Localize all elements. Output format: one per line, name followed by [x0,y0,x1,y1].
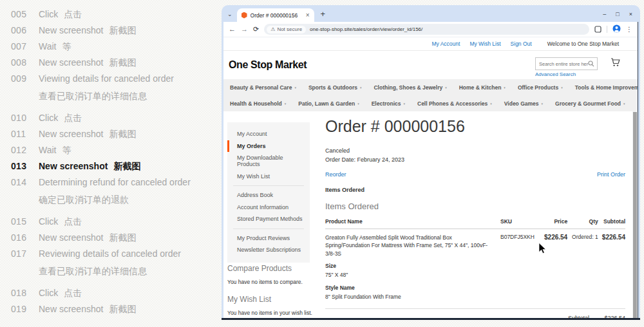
nav-item-sports-outdoors[interactable]: Sports & Outdoors▾ [308,84,362,91]
step-text: New screenshot新截图 [39,160,140,172]
nav-item-patio-lawn-garden[interactable]: Patio, Lawn & Garden▾ [298,100,359,107]
tab-close-icon[interactable]: × [306,12,310,19]
step-number: 018 [11,287,33,299]
scrollbar-thumb[interactable] [633,112,637,318]
window-controls: – □ × [603,11,635,17]
tab-title: Order # 000000156 [251,12,298,19]
step-label-en: Viewing details for canceled order [39,73,174,84]
nav-item-tools-home-improvement[interactable]: Tools & Home Improvement▾ [575,84,638,91]
step-row: 010Click点击 [11,112,222,124]
product-subtotal: $226.54 [598,229,625,301]
nav-item-office-products[interactable]: Office Products▾ [518,84,563,91]
sidebar-item-my-wish-list[interactable]: My Wish List [227,171,310,183]
nav-item-electronics[interactable]: Electronics▾ [372,100,405,107]
step-label-zh: 点击 [64,288,82,298]
step-label-en: New screenshot [39,304,103,314]
chevron-down-icon: ▾ [360,86,362,89]
search-box[interactable] [535,57,598,70]
step-label-zh: 新截图 [109,129,136,139]
profile-icon[interactable] [612,24,621,35]
style-label: Style Name [325,284,491,292]
step-label-en: New screenshot [39,57,103,68]
nav-item-beauty-personal-care[interactable]: Beauty & Personal Care▾ [230,84,296,91]
step-row: 006New screenshot新截图 [11,24,222,36]
step-number: 015 [11,216,33,227]
chevron-down-icon: ▾ [623,102,625,106]
scrollbar[interactable]: ▾ [632,111,638,318]
page-title: Order # 000000156 [325,117,625,136]
toolbar-separator [607,26,607,33]
reorder-link[interactable]: Reorder [325,171,346,178]
cart-icon[interactable] [611,58,620,70]
sidebar-item-account-information[interactable]: Account Information [227,201,310,214]
size-value: 75" X 48" [325,271,491,279]
col-header-subtotal: Subtotal [598,216,625,229]
top-link-my-account[interactable]: My Account [431,41,460,47]
back-icon[interactable]: ← [229,26,236,33]
sidebar-item-my-orders[interactable]: My Orders [227,140,310,153]
minimize-button[interactable]: – [603,11,606,17]
chevron-down-icon: ▾ [403,102,405,106]
step-row: 011New screenshot新截图 [11,128,222,140]
chevron-down-icon: ▾ [294,86,296,89]
items-ordered-tab[interactable]: Items Ordered [325,187,625,193]
browser-toolbar: ← → ⟳ ⚠Not secure one-stop-shop.site/sal… [223,22,638,37]
total-label: Subtotal [568,315,589,318]
step-number: 016 [11,232,33,243]
sidebar-item-address-book[interactable]: Address Book [227,189,310,201]
sidebar-item-newsletter-subscriptions[interactable]: Newsletter Subscriptions [227,244,310,256]
nav-item-video-games[interactable]: Video Games▾ [504,100,543,107]
tab-search-chevron-icon[interactable]: ⌄ [227,11,232,17]
step-label-zh: 点击 [64,113,82,123]
nav-item-clothing-shoes-jewelry[interactable]: Clothing, Shoes & Jewelry▾ [374,84,446,91]
nav-item-home-kitchen[interactable]: Home & Kitchen▾ [459,84,506,91]
step-label-zh: 查看已取消订单的详细信息 [39,265,187,277]
browser-tab[interactable]: Order # 000000156 × [237,8,314,22]
page-viewport: My AccountMy Wish ListSign OutWelcome to… [223,37,638,318]
search-input[interactable] [539,61,588,67]
wishlist-empty: You have no items in your wish list. [227,310,312,316]
item-row: Greaton Fully Assembled Split Wood Tradi… [325,229,625,301]
nav-item-health-household[interactable]: Health & Household▾ [230,100,286,107]
advanced-search-link[interactable]: Advanced Search [535,71,598,77]
new-tab-button[interactable]: + [321,9,326,19]
site-logo[interactable]: One Stop Market [229,59,307,71]
welcome-message: Welcome to One Stop Market [547,41,619,47]
nav-item-cell-phones-accessories[interactable]: Cell Phones & Accessories▾ [417,100,492,107]
maximize-button[interactable]: □ [616,11,619,17]
side-panel-icon[interactable] [594,24,601,35]
step-number: 014 [11,176,33,205]
sidebar-item-my-product-reviews[interactable]: My Product Reviews [227,232,310,245]
step-row: 015Click点击 [11,216,222,227]
address-bar[interactable]: ⚠Not secure one-stop-shop.site/sales/ord… [264,24,589,35]
top-link-my-wish-list[interactable]: My Wish List [469,41,500,47]
step-number: 006 [11,24,33,36]
print-order-link[interactable]: Print Order [597,171,625,178]
step-label-en: Click [39,288,58,298]
sidebar-item-my-downloadable-products[interactable]: My Downloadable Products [227,152,310,171]
not-secure-label: Not secure [277,26,302,32]
wishlist-title: My Wish List [227,295,271,304]
not-secure-chip[interactable]: ⚠Not secure [267,26,306,33]
total-value: $226.54 [589,315,625,318]
chevron-down-icon: ▾ [542,102,544,106]
nav-item-label: Sports & Outdoors [308,84,357,91]
nav-item-grocery-gourmet-food[interactable]: Grocery & Gourmet Food▾ [555,100,625,107]
step-label-zh: 等 [62,145,71,155]
search-icon[interactable] [588,58,594,70]
step-text: New screenshot新截图 [39,128,136,140]
sidebar-item-stored-payment-methods[interactable]: Stored Payment Methods [227,213,310,225]
step-text: Reviewing details of canceled order查看已取消… [39,248,187,277]
compare-products-title: Compare Products [227,264,292,273]
nav-item-label: Beauty & Personal Care [230,84,292,91]
top-link-sign-out[interactable]: Sign Out [511,41,532,47]
browser-menu-icon[interactable]: ⋮ [626,26,632,33]
browser-window: ⌄ Order # 000000156 × + – □ × ← → ⟳ ⚠Not… [222,5,640,320]
step-row: 013New screenshot新截图 [11,160,222,172]
account-sidebar: My AccountMy OrdersMy Downloadable Produ… [227,122,310,263]
forward-icon[interactable]: → [241,26,248,33]
window-close-button[interactable]: × [629,11,632,17]
reload-icon[interactable]: ⟳ [253,26,259,33]
sidebar-item-my-account[interactable]: My Account [227,128,310,140]
step-label-en: Reviewing details of canceled order [39,248,181,259]
